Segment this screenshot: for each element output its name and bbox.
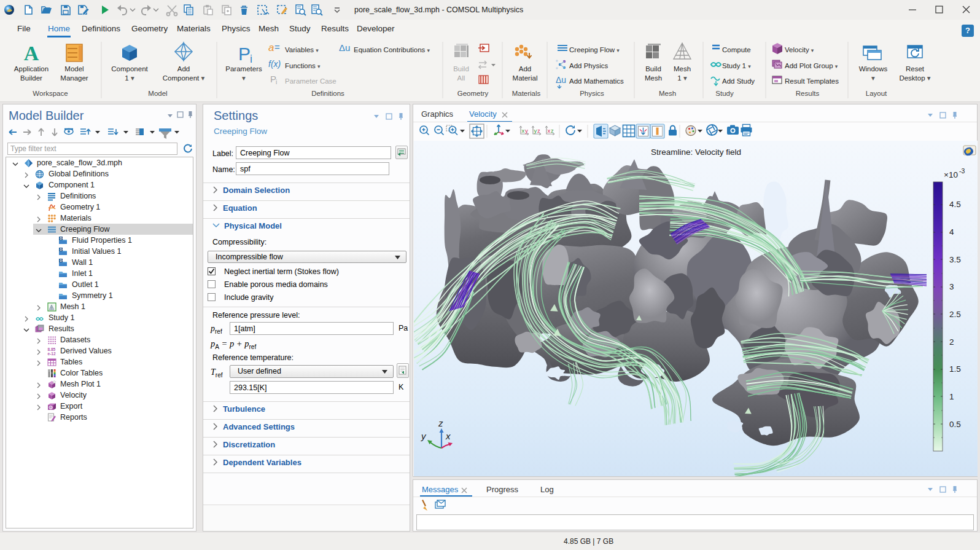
svg-text:y: y [534,127,537,134]
svg-text:2: 2 [949,337,954,347]
svg-text:P: P [238,44,251,64]
svg-text:1.5: 1.5 [949,364,961,374]
svg-text:y: y [525,127,528,134]
svg-text:x: x [522,127,525,134]
svg-text:0.5: 0.5 [949,420,961,429]
svg-text:y: y [421,431,427,441]
svg-text:4: 4 [949,227,954,237]
svg-text:4.5: 4.5 [949,200,961,209]
svg-text:Δu: Δu [339,42,350,53]
svg-text:i: i [250,53,252,65]
svg-text:z: z [551,127,554,134]
svg-text:3: 3 [949,282,954,291]
svg-text:=: = [274,42,280,52]
svg-text:z: z [537,127,540,134]
svg-text:a: a [268,42,274,53]
svg-text:3.5: 3.5 [949,255,961,264]
svg-text:x: x [445,431,451,441]
svg-text:x: x [548,127,551,134]
svg-text:z: z [438,418,443,428]
svg-text:×10: ×10 [944,170,958,179]
svg-text:A: A [24,42,39,65]
svg-text:-3: -3 [959,167,965,175]
svg-text:2.5: 2.5 [949,310,961,319]
svg-text:1: 1 [949,392,954,401]
